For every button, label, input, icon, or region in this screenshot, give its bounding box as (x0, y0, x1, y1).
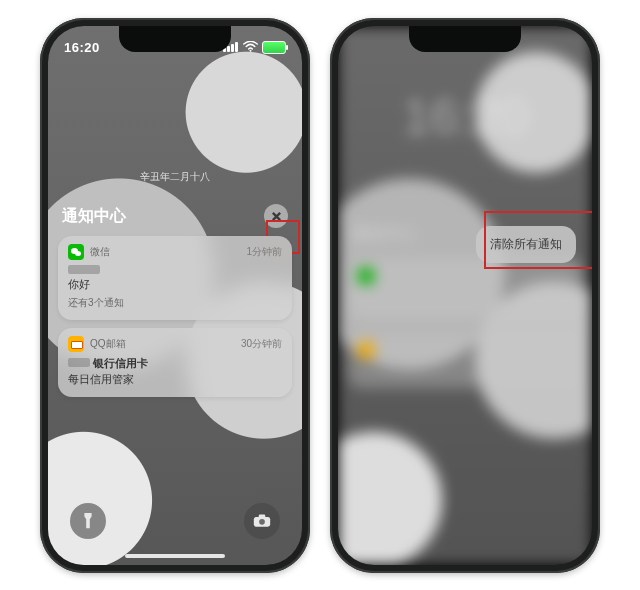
notification-time: 30分钟前 (241, 337, 282, 351)
phone-right: 16:20 通知中心 清除所有通知 (330, 18, 600, 573)
notification-time: 1分钟前 (246, 245, 282, 259)
flashlight-button[interactable] (70, 503, 106, 539)
notification-card[interactable]: 微信 1分钟前 你好 还有3个通知 (58, 236, 292, 320)
nc-clear-all-button[interactable]: 清除所有通知 (476, 226, 576, 263)
svg-point-5 (259, 519, 265, 525)
notification-body: 每日信用管家 (68, 372, 282, 387)
status-time: 16:20 (64, 40, 100, 55)
close-icon (271, 211, 282, 222)
app-icon-qqmail (68, 336, 84, 352)
phone-left: 16:20 16:20 3月30日 星期二 辛丑年二月十八 (40, 18, 310, 573)
svg-rect-6 (259, 514, 266, 517)
nc-title: 通知中心 (62, 206, 126, 227)
notification-app-name: 微信 (90, 245, 110, 259)
notification-more: 还有3个通知 (68, 296, 282, 310)
nc-clear-all-label: 清除所有通知 (490, 237, 562, 251)
nc-clear-button[interactable] (264, 204, 288, 228)
camera-icon (253, 514, 271, 528)
notification-card[interactable]: QQ邮箱 30分钟前 银行信用卡 每日信用管家 (58, 328, 292, 397)
notification-body: 你好 (68, 277, 282, 292)
lock-lunar: 辛丑年二月十八 (140, 170, 210, 184)
notification-app-name: QQ邮箱 (90, 337, 126, 351)
svg-point-0 (250, 49, 252, 51)
flashlight-icon (81, 512, 95, 530)
wifi-icon (243, 40, 258, 55)
svg-point-3 (75, 251, 81, 256)
app-icon-wechat (68, 244, 84, 260)
home-indicator[interactable] (125, 554, 225, 558)
battery-icon (262, 41, 286, 54)
camera-button[interactable] (244, 503, 280, 539)
notification-title: 银行信用卡 (93, 357, 148, 369)
